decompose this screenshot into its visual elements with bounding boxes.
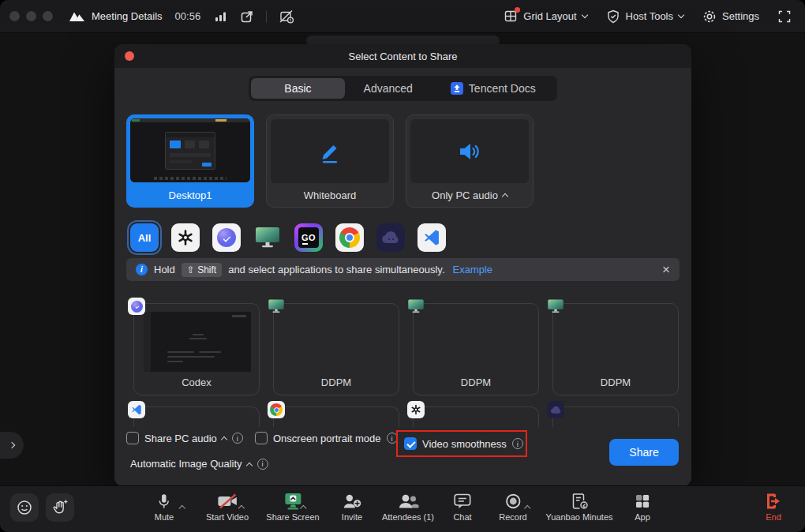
desktop1-thumbnail <box>130 118 250 182</box>
window-tile-label: DDPM <box>274 377 399 388</box>
source-whiteboard[interactable]: Whiteboard <box>266 114 394 208</box>
chevron-up-icon[interactable] <box>245 462 252 468</box>
source-only-pc-audio[interactable]: Only PC audio <box>406 114 534 208</box>
window-close-button[interactable] <box>9 11 20 21</box>
raise-hand-button[interactable] <box>46 493 74 522</box>
settings-button[interactable]: Settings <box>702 9 759 24</box>
top-bar: Meeting Details 00:56 Grid Layout <box>0 0 805 33</box>
example-link[interactable]: Example <box>453 264 493 275</box>
meeting-details-label[interactable]: Meeting Details <box>92 10 163 22</box>
invite-person-icon <box>342 492 362 511</box>
video-smoothness-highlight: Video smoothness i <box>396 430 527 457</box>
share-screen-options-caret[interactable] <box>300 505 306 511</box>
window-tile-partial-chatgpt[interactable] <box>413 406 539 427</box>
checkbox-unchecked[interactable] <box>126 432 139 444</box>
grid-layout-icon <box>504 9 518 23</box>
chatgpt-app-icon[interactable] <box>171 223 200 252</box>
info-icon[interactable]: i <box>257 459 268 470</box>
source-label: Whiteboard <box>267 183 393 207</box>
network-signal-icon[interactable] <box>215 11 227 22</box>
source-label: Only PC audio <box>432 189 498 201</box>
video-options-caret[interactable] <box>238 505 245 511</box>
sidebar-expand-button[interactable] <box>0 432 24 459</box>
meeting-timer: 00:56 <box>175 10 201 22</box>
desktop-monitor-app-icon[interactable] <box>253 223 282 252</box>
chevron-down-icon <box>678 12 684 18</box>
share-pc-audio-checkbox[interactable]: Share PC audio i <box>126 432 243 444</box>
filter-all-button[interactable]: All <box>130 223 159 252</box>
chevron-down-icon <box>581 12 587 18</box>
dialog-title: Select Content to Share <box>348 51 457 62</box>
tab-basic[interactable]: Basic <box>251 78 344 99</box>
mute-options-caret[interactable] <box>179 505 185 511</box>
end-meeting-button[interactable]: End <box>764 492 783 522</box>
start-video-button[interactable]: Start Video <box>206 492 249 522</box>
host-tools-button[interactable]: Host Tools <box>606 9 683 24</box>
invite-button[interactable]: Invite <box>342 492 362 522</box>
emoji-button[interactable] <box>10 493 39 522</box>
onscreen-portrait-checkbox[interactable]: Onscreen portrait mode i <box>255 432 398 444</box>
tab-basic-label: Basic <box>284 82 311 95</box>
host-tools-label: Host Tools <box>626 10 673 22</box>
auto-image-quality-control[interactable]: Automatic Image Quality i <box>130 458 268 470</box>
settings-label: Settings <box>722 10 759 22</box>
fullscreen-button[interactable] <box>778 10 791 23</box>
onscreen-portrait-label: Onscreen portrait mode <box>273 433 381 444</box>
window-tile-partial-vscode[interactable] <box>133 406 260 427</box>
codex-app-icon[interactable] <box>212 223 241 252</box>
mute-button[interactable]: Mute <box>155 492 174 522</box>
grid-layout-button[interactable]: Grid Layout <box>504 9 586 23</box>
window-tile-partial-chrome[interactable] <box>273 406 399 427</box>
window-tile-codex[interactable]: Codex <box>133 303 260 395</box>
record-options-caret[interactable] <box>524 505 530 511</box>
window-tiles-row: Codex DDPM DDPM <box>133 303 679 395</box>
tab-advanced[interactable]: Advanced <box>345 78 432 99</box>
minutes-document-icon <box>545 492 612 511</box>
vscode-app-icon[interactable] <box>417 223 446 252</box>
chat-button[interactable]: Chat <box>453 492 471 522</box>
source-tiles: Desktop1 Whiteboard <box>126 114 534 208</box>
window-tile-ddpm-1[interactable]: DDPM <box>273 303 399 395</box>
cloud-app-icon[interactable] <box>376 223 405 252</box>
chevron-up-icon[interactable] <box>221 436 227 443</box>
tab-tencent-docs[interactable]: Tencent Docs <box>432 78 555 99</box>
chat-label: Chat <box>453 512 471 522</box>
window-tile-label: DDPM <box>553 377 678 388</box>
window-tile-ddpm-2[interactable]: DDPM <box>413 303 539 395</box>
chrome-app-icon[interactable] <box>335 223 364 252</box>
dialog-close-button[interactable] <box>125 51 134 61</box>
app-label: App <box>635 512 650 522</box>
codex-window-thumbnail <box>144 312 251 372</box>
tencent-docs-icon <box>451 82 463 95</box>
attendees-label: Attendees (1) <box>382 512 434 522</box>
grid-layout-label: Grid Layout <box>523 10 576 22</box>
info-icon: i <box>136 264 148 275</box>
recording-disabled-icon[interactable] <box>279 9 294 24</box>
attendees-button[interactable]: Attendees (1) <box>382 492 434 522</box>
window-tile-ddpm-3[interactable]: DDPM <box>552 303 679 395</box>
checkbox-unchecked[interactable] <box>255 432 268 444</box>
info-icon[interactable]: i <box>512 438 523 449</box>
end-exit-icon <box>764 492 783 511</box>
codex-app-badge-icon <box>128 298 145 315</box>
goland-app-icon[interactable]: GO <box>294 223 323 252</box>
share-button[interactable]: Share <box>609 439 679 466</box>
chevron-up-icon[interactable] <box>502 193 508 200</box>
record-button[interactable]: Record <box>499 492 526 522</box>
window-minimize-button[interactable] <box>26 11 36 21</box>
info-icon[interactable]: i <box>232 433 243 444</box>
monitor-app-badge-icon <box>547 298 564 315</box>
checkbox-checked[interactable] <box>404 437 417 450</box>
tab-advanced-label: Advanced <box>364 82 413 95</box>
chatgpt-app-badge-icon <box>407 401 425 418</box>
banner-close-icon[interactable]: × <box>662 263 670 276</box>
window-tile-partial-cloud[interactable] <box>552 406 679 427</box>
yuanbao-minutes-button[interactable]: Yuanbao Minutes <box>545 492 612 522</box>
app-button[interactable]: App <box>634 492 651 522</box>
source-label: Desktop1 <box>126 182 254 208</box>
popout-window-icon[interactable] <box>240 9 254 24</box>
source-desktop1[interactable]: Desktop1 <box>126 114 254 208</box>
video-smoothness-checkbox[interactable]: Video smoothness i <box>404 437 523 450</box>
share-screen-button[interactable]: Share Screen <box>266 492 319 522</box>
window-zoom-button[interactable] <box>43 11 53 21</box>
